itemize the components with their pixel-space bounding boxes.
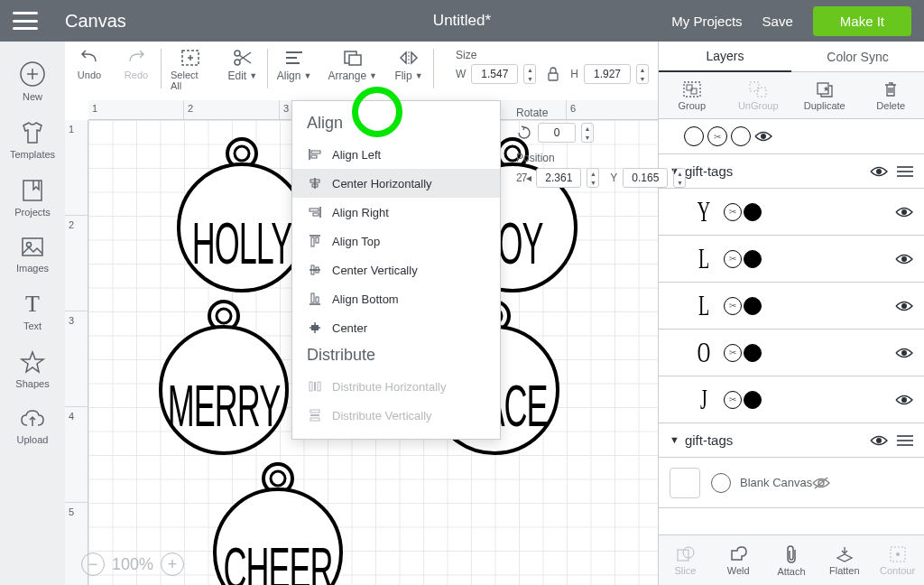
delete-button[interactable]: Delete xyxy=(858,72,925,118)
rotate-input[interactable] xyxy=(538,123,576,143)
eye-icon[interactable] xyxy=(895,394,913,406)
layer-row[interactable]: L✂ xyxy=(659,236,924,283)
zoom-out-button[interactable]: − xyxy=(81,552,105,576)
nav-text[interactable]: T Text xyxy=(0,285,65,338)
height-input[interactable] xyxy=(584,64,631,84)
undo-button[interactable]: Undo xyxy=(74,49,105,80)
eye-hidden-icon[interactable] xyxy=(812,476,830,490)
nav-upload[interactable]: Upload xyxy=(0,401,65,451)
group-icon xyxy=(682,80,702,98)
app-name: Canvas xyxy=(65,11,126,32)
redo-icon xyxy=(125,49,148,67)
height-stepper[interactable]: ▲▼ xyxy=(636,64,649,84)
zoom-in-button[interactable]: + xyxy=(161,552,184,576)
stack-icon[interactable] xyxy=(897,435,913,446)
x-input[interactable] xyxy=(536,168,581,188)
zoom-controls: − 100% + xyxy=(81,552,184,576)
svg-rect-43 xyxy=(310,382,312,391)
width-input[interactable] xyxy=(471,64,518,84)
nav-new[interactable]: New xyxy=(0,54,65,108)
eye-icon[interactable] xyxy=(895,253,913,265)
ungroup-button[interactable]: UnGroup xyxy=(725,72,792,118)
document-title[interactable]: Untitled* xyxy=(433,12,491,30)
svg-rect-44 xyxy=(314,382,316,391)
layer-row[interactable]: ✂ xyxy=(659,119,924,154)
nav-templates[interactable]: Templates xyxy=(0,114,65,166)
align-right-item[interactable]: Align Right xyxy=(292,198,500,227)
nav-shapes[interactable]: Shapes xyxy=(0,343,65,395)
flatten-button[interactable]: Flatten xyxy=(818,535,871,585)
layer-row[interactable]: J✂ xyxy=(659,376,924,423)
left-nav: New Templates Projects Images T Text Sha… xyxy=(0,42,65,585)
menu-icon[interactable] xyxy=(13,12,38,30)
x-stepper[interactable]: ▲▼ xyxy=(587,168,599,188)
make-it-button[interactable]: Make It xyxy=(813,6,911,36)
svg-point-76 xyxy=(901,350,907,356)
weld-button[interactable]: Weld xyxy=(712,535,765,585)
align-left-item[interactable]: Align Left xyxy=(292,140,500,169)
nav-images[interactable]: Images xyxy=(0,229,65,280)
flip-button[interactable]: Flip▼ xyxy=(393,49,424,82)
svg-rect-38 xyxy=(311,293,314,302)
attach-button[interactable]: Attach xyxy=(765,535,818,585)
svg-rect-48 xyxy=(310,418,319,421)
y-input[interactable] xyxy=(623,168,668,188)
layer-group-header[interactable]: ▼gift-tags xyxy=(659,423,924,458)
lock-icon[interactable] xyxy=(547,67,559,81)
select-all-button[interactable]: Select All xyxy=(171,49,211,91)
redo-button[interactable]: Redo xyxy=(121,49,152,80)
save-link[interactable]: Save xyxy=(762,14,793,29)
align-button[interactable]: Align▼ xyxy=(277,49,312,82)
center-item[interactable]: Center xyxy=(292,313,500,342)
center-vertically-item[interactable]: Center Vertically xyxy=(292,255,500,284)
svg-rect-30 xyxy=(313,213,319,216)
align-top-item[interactable]: Align Top xyxy=(292,227,500,255)
stack-icon[interactable] xyxy=(897,166,913,177)
align-bottom-item[interactable]: Align Bottom xyxy=(292,284,500,313)
width-stepper[interactable]: ▲▼ xyxy=(523,64,536,84)
layer-row[interactable]: Blank Canvas xyxy=(659,458,924,508)
image-icon xyxy=(20,236,45,259)
distribute-vertically-item: Distribute Vertically xyxy=(292,401,500,430)
svg-rect-45 xyxy=(318,382,320,391)
center-horizontally-item[interactable]: Center Horizontally xyxy=(292,169,500,198)
arrange-button[interactable]: Arrange▼ xyxy=(328,49,377,82)
my-projects-link[interactable]: My Projects xyxy=(671,14,742,29)
y-stepper[interactable]: ▲▼ xyxy=(673,168,686,188)
eye-icon[interactable] xyxy=(895,300,913,312)
arrange-icon xyxy=(342,49,364,67)
contour-button[interactable]: Contour xyxy=(871,535,924,585)
tab-layers[interactable]: Layers xyxy=(659,42,791,72)
svg-point-75 xyxy=(901,303,907,309)
rotate-label: Rotate xyxy=(516,107,686,119)
eye-icon[interactable] xyxy=(895,347,913,359)
size-panel: Size W ▲▼ H ▲▼ xyxy=(456,49,649,84)
size-label: Size xyxy=(456,49,649,61)
rotate-stepper[interactable]: ▲▼ xyxy=(581,123,594,143)
nav-projects[interactable]: Projects xyxy=(0,172,65,224)
layer-row[interactable]: O✂ xyxy=(659,330,924,376)
svg-rect-19 xyxy=(349,55,361,65)
eye-icon[interactable] xyxy=(870,434,888,447)
svg-rect-32 xyxy=(311,237,314,246)
toolbar: Undo Redo Select All Edit▼ Align▼ xyxy=(65,42,658,100)
bookmark-page-icon xyxy=(20,178,45,203)
slice-button[interactable]: Slice xyxy=(659,535,712,585)
svg-point-73 xyxy=(901,209,907,215)
svg-point-85 xyxy=(896,552,900,556)
rotate-icon xyxy=(516,125,532,141)
layer-row[interactable]: Y✂ xyxy=(659,189,924,236)
duplicate-button[interactable]: ★Duplicate xyxy=(791,72,858,118)
svg-rect-47 xyxy=(310,414,319,416)
gift-tag[interactable]: CHEER xyxy=(210,459,346,585)
eye-icon[interactable] xyxy=(754,130,772,143)
edit-button[interactable]: Edit▼ xyxy=(227,49,258,91)
tab-color-sync[interactable]: Color Sync xyxy=(791,42,924,72)
layers-panel: Layers Color Sync Group UnGroup ★Duplica… xyxy=(659,42,924,585)
layer-group-header[interactable]: ▼gift-tags xyxy=(659,154,924,189)
ruler-vertical: 123 45 xyxy=(65,120,88,585)
eye-icon[interactable] xyxy=(870,165,888,178)
eye-icon[interactable] xyxy=(895,206,913,218)
position-label: Position xyxy=(516,152,686,164)
layer-row[interactable]: L✂ xyxy=(659,283,924,330)
